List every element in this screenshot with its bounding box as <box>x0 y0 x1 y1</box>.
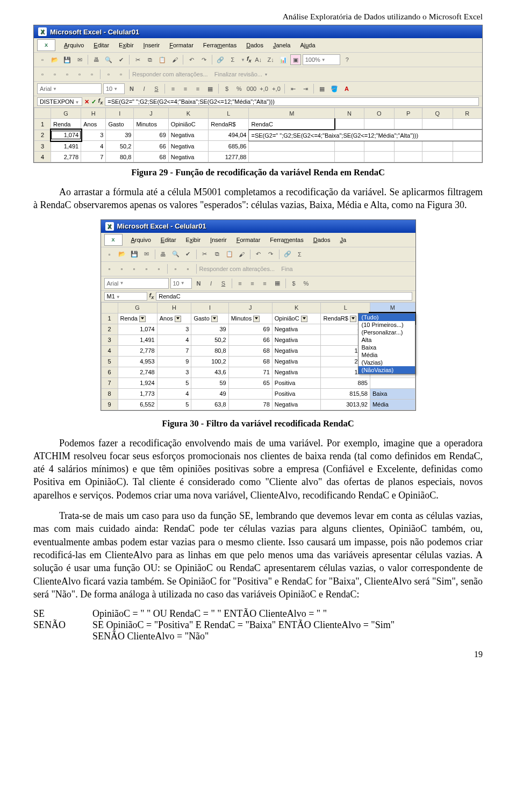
cell[interactable]: 1,924 <box>118 377 157 388</box>
redo-icon[interactable]: ↷ <box>198 54 209 65</box>
cell[interactable]: Negativa <box>168 152 208 162</box>
row-header[interactable]: 9 <box>101 399 118 410</box>
menu-arquivo[interactable]: Arquivo <box>127 236 155 244</box>
cell[interactable] <box>370 377 415 388</box>
cell[interactable]: Negativa <box>168 141 208 152</box>
col-O[interactable]: O <box>364 108 394 119</box>
filter-option[interactable]: (Personalizar...) <box>359 329 415 336</box>
currency-icon[interactable]: $ <box>289 278 299 289</box>
cell[interactable]: 80,8 <box>106 152 134 162</box>
cell[interactable]: Negativa <box>272 356 321 367</box>
review7-icon[interactable]: ▫ <box>183 263 194 274</box>
menu-arquivo[interactable]: Arquivo <box>60 41 88 49</box>
comma-icon[interactable]: 000 <box>246 83 257 94</box>
corner-cell[interactable] <box>34 108 51 119</box>
cell[interactable]: 59 <box>191 377 228 388</box>
cell[interactable]: 63,8 <box>191 399 228 410</box>
sort-asc-icon[interactable]: A↓ <box>253 54 264 65</box>
cell[interactable]: 69 <box>134 130 168 141</box>
cell[interactable]: 1,773 <box>118 388 157 399</box>
row-header[interactable]: 6 <box>101 367 118 377</box>
corner-cell[interactable] <box>101 302 118 313</box>
filter-option[interactable]: (NãoVazias) <box>359 366 415 374</box>
cell[interactable]: 80,8 <box>191 345 228 356</box>
zoom-box[interactable]: 100%▼ <box>303 54 340 65</box>
drawing-toolbar-icon[interactable]: ▣ <box>290 54 301 65</box>
increase-decimal-icon[interactable]: +,0 <box>259 83 269 94</box>
cell[interactable]: 43,6 <box>191 367 228 377</box>
cell[interactable]: RendaR$ <box>209 119 249 130</box>
autofilter-dropdown[interactable]: (Tudo) (10 Primeiros...) (Personalizar..… <box>358 313 415 374</box>
cell-editing-M2[interactable]: =SE(G2=" ";G2;SE(G2<=4;"Baixa";SE(G2<=12… <box>249 130 482 141</box>
underline-icon[interactable]: S <box>218 278 229 289</box>
cell[interactable]: Negativa <box>168 130 208 141</box>
cell[interactable] <box>364 141 394 152</box>
excel1-grid[interactable]: G H I J K L M N O P Q R 1 Renda <box>34 108 482 162</box>
cell[interactable]: 1,491 <box>51 141 81 152</box>
cell[interactable]: 4 <box>157 334 191 345</box>
cell[interactable]: 3 <box>81 130 106 141</box>
review3-icon[interactable]: ▫ <box>129 263 140 274</box>
formula-input[interactable]: =SE(G2=" ";G2;SE(G2<=4;"Baixa";SE(G2<=12… <box>105 97 479 106</box>
cell[interactable] <box>422 141 453 152</box>
cell[interactable]: 65 <box>228 377 272 388</box>
font-name-box[interactable]: Arial▼ <box>37 83 102 94</box>
cell-header[interactable]: Gasto <box>191 313 228 324</box>
cell[interactable]: Minutos <box>134 119 168 130</box>
align-left-icon[interactable]: ≡ <box>168 83 178 94</box>
cell[interactable]: 6,552 <box>118 399 157 410</box>
review3-icon[interactable]: ▫ <box>62 69 73 80</box>
cell-header[interactable]: Anos <box>157 313 191 324</box>
menu-dados[interactable]: Dados <box>309 236 335 244</box>
decrease-indent-icon[interactable]: ⇤ <box>288 83 298 94</box>
hyperlink-icon[interactable]: 🔗 <box>282 249 293 260</box>
autofilter-arrow-icon[interactable] <box>301 316 307 322</box>
menu-inserir[interactable]: Inserir <box>206 236 231 244</box>
autosum-icon[interactable]: Σ <box>227 54 238 65</box>
cell[interactable]: Positiva <box>272 377 321 388</box>
cell[interactable]: 5 <box>157 399 191 410</box>
menu-ferramentas[interactable]: Ferramentas <box>266 236 307 244</box>
cell[interactable] <box>364 152 394 162</box>
mail-icon[interactable]: ✉ <box>141 249 152 260</box>
autofilter-arrow-icon[interactable] <box>139 316 146 322</box>
print-icon[interactable]: 🖶 <box>91 54 102 65</box>
cell[interactable]: 78 <box>228 399 272 410</box>
name-box[interactable]: M1▼ <box>104 292 147 301</box>
col-R[interactable]: R <box>453 108 482 119</box>
col-L[interactable]: L <box>321 302 370 313</box>
cell[interactable] <box>249 141 335 152</box>
cell[interactable] <box>394 152 422 162</box>
underline-icon[interactable]: S <box>151 83 162 94</box>
align-right-icon[interactable]: ≡ <box>260 278 270 289</box>
col-J[interactable]: J <box>134 108 168 119</box>
cell[interactable]: 66 <box>228 334 272 345</box>
cell[interactable]: Negativa <box>272 324 321 334</box>
cell[interactable]: Baixa <box>370 388 415 399</box>
decrease-decimal-icon[interactable]: +,0 <box>271 83 282 94</box>
menu-inserir[interactable]: Inserir <box>139 41 164 49</box>
col-N[interactable]: N <box>335 108 364 119</box>
col-H[interactable]: H <box>81 108 106 119</box>
cell[interactable] <box>453 152 482 162</box>
cell[interactable] <box>228 388 272 399</box>
cell[interactable]: Negativa <box>272 367 321 377</box>
align-center-icon[interactable]: ≡ <box>247 278 258 289</box>
cell[interactable]: 68 <box>228 345 272 356</box>
review4-icon[interactable]: ▫ <box>141 263 152 274</box>
currency-icon[interactable]: $ <box>221 83 232 94</box>
align-left-icon[interactable]: ≡ <box>235 278 246 289</box>
menu-formatar[interactable]: Formatar <box>165 41 198 49</box>
col-M[interactable]: M <box>249 108 335 119</box>
format-painter-icon[interactable]: 🖌 <box>169 54 180 65</box>
cell[interactable]: 50,2 <box>106 141 134 152</box>
row-header[interactable]: 3 <box>34 141 51 152</box>
cell[interactable]: RendaC <box>249 119 335 130</box>
cell[interactable]: Renda <box>51 119 81 130</box>
preview-icon[interactable]: 🔍 <box>103 54 114 65</box>
cell[interactable]: 3 <box>157 367 191 377</box>
print-icon[interactable]: 🖶 <box>158 249 169 260</box>
review5-icon[interactable]: ▫ <box>154 263 164 274</box>
col-P[interactable]: P <box>394 108 422 119</box>
cell[interactable] <box>394 141 422 152</box>
